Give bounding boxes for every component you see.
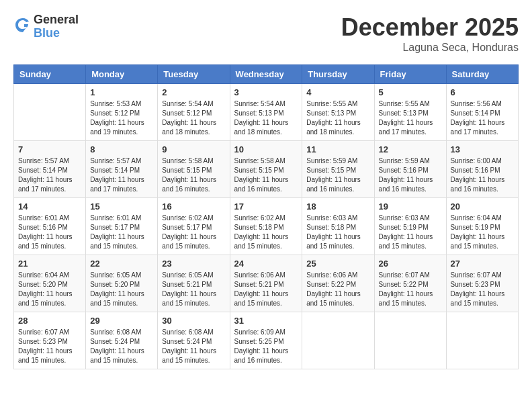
day-number: 5 [379,87,442,97]
calendar-day-cell: 17Sunrise: 6:02 AM Sunset: 5:18 PM Dayli… [230,198,302,255]
calendar-day-cell: 14Sunrise: 6:01 AM Sunset: 5:16 PM Dayli… [14,198,86,255]
day-number: 16 [162,201,225,212]
location-title: Laguna Seca, Honduras [341,42,519,54]
weekday-header: Sunday [14,65,86,84]
month-title: December 2025 [341,13,519,42]
calendar-day-cell: 13Sunrise: 6:00 AM Sunset: 5:16 PM Dayli… [446,141,518,198]
day-info: Sunrise: 5:53 AM Sunset: 5:12 PM Dayligh… [90,99,153,137]
day-number: 11 [306,144,369,154]
calendar-day-cell: 29Sunrise: 6:08 AM Sunset: 5:24 PM Dayli… [86,312,158,369]
day-number: 17 [234,201,298,212]
day-number: 31 [234,316,298,326]
calendar-day-cell: 2Sunrise: 5:54 AM Sunset: 5:12 PM Daylig… [158,84,230,141]
day-info: Sunrise: 5:55 AM Sunset: 5:13 PM Dayligh… [379,99,442,137]
day-number: 2 [162,87,225,97]
calendar-table: SundayMondayTuesdayWednesdayThursdayFrid… [13,64,519,369]
day-info: Sunrise: 6:05 AM Sunset: 5:20 PM Dayligh… [90,271,153,308]
calendar-day-cell: 30Sunrise: 6:08 AM Sunset: 5:24 PM Dayli… [158,312,230,369]
weekday-header: Tuesday [158,65,230,84]
day-number: 13 [451,144,514,154]
calendar-day-cell: 7Sunrise: 5:57 AM Sunset: 5:14 PM Daylig… [14,141,86,198]
calendar-day-cell: 15Sunrise: 6:01 AM Sunset: 5:17 PM Dayli… [86,198,158,255]
day-number: 22 [90,259,153,269]
calendar-week-row: 21Sunrise: 6:04 AM Sunset: 5:20 PM Dayli… [14,255,519,312]
day-info: Sunrise: 5:59 AM Sunset: 5:15 PM Dayligh… [306,156,369,194]
weekday-header: Monday [86,65,158,84]
day-number: 21 [18,259,81,269]
day-number: 7 [18,144,81,154]
calendar-day-cell: 1Sunrise: 5:53 AM Sunset: 5:12 PM Daylig… [86,84,158,141]
logo: General Blue [13,13,79,40]
day-number: 3 [234,87,298,97]
day-info: Sunrise: 5:57 AM Sunset: 5:14 PM Dayligh… [90,156,153,194]
weekday-header: Saturday [446,65,518,84]
day-info: Sunrise: 5:57 AM Sunset: 5:14 PM Dayligh… [18,156,81,194]
logo-general-text: General [34,13,79,27]
calendar-day-cell: 25Sunrise: 6:06 AM Sunset: 5:22 PM Dayli… [302,255,374,312]
day-info: Sunrise: 6:01 AM Sunset: 5:16 PM Dayligh… [18,214,81,251]
day-info: Sunrise: 6:03 AM Sunset: 5:19 PM Dayligh… [379,214,442,251]
page-header: General Blue December 2025 Laguna Seca, … [13,13,519,54]
day-number: 6 [451,87,514,97]
day-number: 19 [379,201,442,212]
day-info: Sunrise: 5:55 AM Sunset: 5:13 PM Dayligh… [306,99,369,137]
logo-blue-text: Blue [34,27,79,40]
day-info: Sunrise: 5:58 AM Sunset: 5:15 PM Dayligh… [162,156,225,194]
logo-icon [13,17,32,36]
day-info: Sunrise: 6:07 AM Sunset: 5:23 PM Dayligh… [18,328,81,365]
day-number: 4 [306,87,369,97]
day-info: Sunrise: 5:54 AM Sunset: 5:12 PM Dayligh… [162,99,225,137]
calendar-day-cell [446,312,518,369]
calendar-day-cell: 31Sunrise: 6:09 AM Sunset: 5:25 PM Dayli… [230,312,302,369]
day-info: Sunrise: 6:02 AM Sunset: 5:18 PM Dayligh… [234,214,298,251]
day-number: 10 [234,144,298,154]
calendar-week-row: 28Sunrise: 6:07 AM Sunset: 5:23 PM Dayli… [14,312,519,369]
day-info: Sunrise: 6:08 AM Sunset: 5:24 PM Dayligh… [162,328,225,365]
calendar-day-cell: 11Sunrise: 5:59 AM Sunset: 5:15 PM Dayli… [302,141,374,198]
day-info: Sunrise: 6:03 AM Sunset: 5:18 PM Dayligh… [306,214,369,251]
calendar-day-cell: 3Sunrise: 5:54 AM Sunset: 5:13 PM Daylig… [230,84,302,141]
calendar-day-cell: 10Sunrise: 5:58 AM Sunset: 5:15 PM Dayli… [230,141,302,198]
day-info: Sunrise: 5:59 AM Sunset: 5:16 PM Dayligh… [379,156,442,194]
day-number: 29 [90,316,153,326]
day-number: 15 [90,201,153,212]
calendar-day-cell: 23Sunrise: 6:05 AM Sunset: 5:21 PM Dayli… [158,255,230,312]
calendar-header-row: SundayMondayTuesdayWednesdayThursdayFrid… [14,65,519,84]
calendar-day-cell: 18Sunrise: 6:03 AM Sunset: 5:18 PM Dayli… [302,198,374,255]
day-number: 20 [451,201,514,212]
day-info: Sunrise: 6:06 AM Sunset: 5:22 PM Dayligh… [306,271,369,308]
calendar-day-cell [374,312,446,369]
calendar-day-cell: 8Sunrise: 5:57 AM Sunset: 5:14 PM Daylig… [86,141,158,198]
calendar-day-cell: 12Sunrise: 5:59 AM Sunset: 5:16 PM Dayli… [374,141,446,198]
day-number: 27 [451,259,514,269]
calendar-week-row: 14Sunrise: 6:01 AM Sunset: 5:16 PM Dayli… [14,198,519,255]
day-info: Sunrise: 6:04 AM Sunset: 5:20 PM Dayligh… [18,271,81,308]
day-number: 9 [162,144,225,154]
day-info: Sunrise: 5:58 AM Sunset: 5:15 PM Dayligh… [234,156,298,194]
day-number: 23 [162,259,225,269]
day-number: 24 [234,259,298,269]
day-info: Sunrise: 6:07 AM Sunset: 5:23 PM Dayligh… [451,271,514,308]
day-info: Sunrise: 6:05 AM Sunset: 5:21 PM Dayligh… [162,271,225,308]
calendar-day-cell: 6Sunrise: 5:56 AM Sunset: 5:14 PM Daylig… [446,84,518,141]
day-number: 14 [18,201,81,212]
day-number: 26 [379,259,442,269]
weekday-header: Wednesday [230,65,302,84]
calendar-day-cell: 24Sunrise: 6:06 AM Sunset: 5:21 PM Dayli… [230,255,302,312]
calendar-week-row: 1Sunrise: 5:53 AM Sunset: 5:12 PM Daylig… [14,84,519,141]
weekday-header: Thursday [302,65,374,84]
calendar-day-cell: 27Sunrise: 6:07 AM Sunset: 5:23 PM Dayli… [446,255,518,312]
day-number: 25 [306,259,369,269]
day-number: 1 [90,87,153,97]
calendar-week-row: 7Sunrise: 5:57 AM Sunset: 5:14 PM Daylig… [14,141,519,198]
title-area: December 2025 Laguna Seca, Honduras [341,13,519,54]
day-info: Sunrise: 6:06 AM Sunset: 5:21 PM Dayligh… [234,271,298,308]
day-info: Sunrise: 6:01 AM Sunset: 5:17 PM Dayligh… [90,214,153,251]
day-number: 8 [90,144,153,154]
day-info: Sunrise: 6:00 AM Sunset: 5:16 PM Dayligh… [451,156,514,194]
calendar-day-cell: 20Sunrise: 6:04 AM Sunset: 5:19 PM Dayli… [446,198,518,255]
day-info: Sunrise: 6:04 AM Sunset: 5:19 PM Dayligh… [451,214,514,251]
day-info: Sunrise: 5:54 AM Sunset: 5:13 PM Dayligh… [234,99,298,137]
day-info: Sunrise: 6:08 AM Sunset: 5:24 PM Dayligh… [90,328,153,365]
calendar-day-cell [302,312,374,369]
